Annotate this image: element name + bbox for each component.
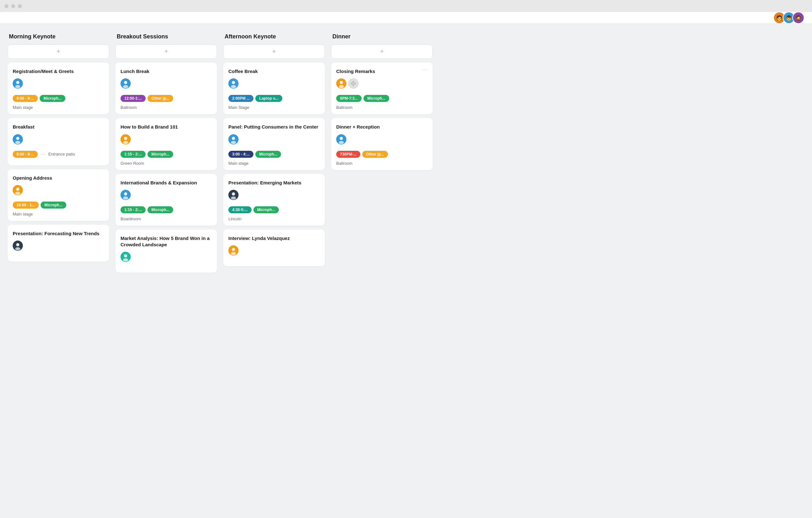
card-avatar xyxy=(13,185,23,195)
card-location-inline: Entrance patio xyxy=(48,152,75,157)
svg-point-46 xyxy=(339,141,344,144)
column-header-morning-keynote: Morning Keynote xyxy=(8,33,109,40)
card-tag: Microph... xyxy=(147,151,173,158)
header: 🧑 👦 🧔 xyxy=(0,12,812,24)
card-tag: 12:00-1:... xyxy=(120,95,146,102)
card-tags-row: 4:30-5:...Microph... xyxy=(228,206,320,213)
card-avatar-row xyxy=(13,134,104,147)
svg-point-43 xyxy=(352,83,354,84)
card-tags-row: 3:00 - 4:...Microph... xyxy=(228,151,320,158)
minimize-button[interactable] xyxy=(11,4,15,8)
card-tag: Microph... xyxy=(254,206,279,213)
card-tag: 10:00 - 1... xyxy=(13,201,39,209)
card-title: Breakfast xyxy=(13,124,104,130)
svg-point-17 xyxy=(123,141,128,144)
card-tag: 9:00 - 9:... xyxy=(13,95,38,102)
card-tag: Microph... xyxy=(364,95,389,102)
card-tag: Microph... xyxy=(255,151,281,158)
card-tag: 730PM-... xyxy=(336,151,360,158)
card-tags-row: 730PM-...Other (p... xyxy=(336,151,428,158)
svg-point-14 xyxy=(123,85,128,88)
card-brand-101[interactable]: How to Build a Brand 101 1:15 - 2:...Mic… xyxy=(115,118,217,170)
card-tag: Microph... xyxy=(40,95,65,102)
card-tag: 2:00PM ... xyxy=(228,95,254,102)
add-card-button-afternoon-keynote[interactable]: + xyxy=(223,45,325,59)
column-header-afternoon-keynote: Afternoon Keynote xyxy=(223,33,325,40)
svg-point-45 xyxy=(340,137,343,140)
card-avatar xyxy=(120,134,131,144)
svg-point-1 xyxy=(16,81,19,84)
card-avatar-row xyxy=(336,134,428,147)
card-title: Lunch Break xyxy=(120,68,212,75)
card-title: Presentation: Forecasting New Trends xyxy=(13,230,104,237)
card-forecasting[interactable]: Presentation: Forecasting New Trends xyxy=(8,225,109,262)
card-tag: 3:00 - 4:... xyxy=(228,151,254,158)
column-afternoon-keynote: Afternoon Keynote+Coffee Break 2:00PM ..… xyxy=(223,33,325,276)
card-avatar-row xyxy=(228,134,320,147)
svg-point-25 xyxy=(232,81,235,84)
card-title: Registration/Meet & Greets xyxy=(13,68,104,75)
add-card-button-dinner[interactable]: + xyxy=(331,45,433,59)
card-tag: Other (p... xyxy=(362,151,388,158)
add-card-button-morning-keynote[interactable]: + xyxy=(8,45,109,59)
card-avatar-row xyxy=(336,78,428,92)
card-location: Main stage xyxy=(13,105,104,110)
column-header-breakout-sessions: Breakout Sessions xyxy=(115,33,217,40)
svg-point-37 xyxy=(340,81,343,84)
card-interview-lynda[interactable]: Interview: Lynda Velazquez xyxy=(223,229,325,266)
card-tags-row: 12:00-1:...Other (p... xyxy=(120,95,212,102)
card-avatar xyxy=(228,245,238,255)
card-menu-button[interactable]: ··· xyxy=(422,67,428,73)
svg-point-16 xyxy=(124,137,127,140)
card-title: How to Build a Brand 101 xyxy=(120,124,212,130)
card-avatar-row xyxy=(120,190,212,203)
card-location: Main stage xyxy=(228,161,320,166)
card-location: Green Room xyxy=(120,161,212,166)
card-registration[interactable]: Registration/Meet & Greets 9:00 - 9:...M… xyxy=(8,62,109,114)
tag-separator: — xyxy=(41,152,45,157)
card-lunch-break[interactable]: Lunch Break 12:00-1:...Other (p...Ballro… xyxy=(115,62,217,114)
close-button[interactable] xyxy=(4,4,8,8)
card-tag: Other (p... xyxy=(147,95,173,102)
card-dinner-reception[interactable]: Dinner + Reception 730PM-...Other (p...B… xyxy=(331,118,433,170)
card-location: Lincoln xyxy=(228,216,320,221)
card-coffee-break[interactable]: Coffee Break 2:00PM ...Laptop o...Main S… xyxy=(223,62,325,114)
card-avatar-row xyxy=(228,190,320,203)
card-avatar xyxy=(120,190,131,200)
card-market-analysis[interactable]: Market Analysis: How 5 Brand Won in a Cr… xyxy=(115,229,217,273)
card-international-brands[interactable]: International Brands & Expansion 1:15 - … xyxy=(115,174,217,226)
card-secondary-avatar xyxy=(348,78,358,88)
card-tag: 9:00 - 9:... xyxy=(13,151,38,158)
card-avatar-row xyxy=(120,78,212,92)
svg-point-26 xyxy=(231,85,236,88)
card-panel-consumers[interactable]: Panel: Putting Consumers in the Center 3… xyxy=(223,118,325,170)
card-avatar-row xyxy=(228,245,320,259)
card-avatar xyxy=(120,78,131,88)
svg-point-34 xyxy=(232,248,235,251)
svg-point-22 xyxy=(124,254,127,257)
header-avatars: 🧑 👦 🧔 xyxy=(773,12,804,24)
card-tags-row: 10:00 - 1...Microph... xyxy=(13,201,104,209)
svg-rect-39 xyxy=(352,81,354,82)
card-breakfast[interactable]: Breakfast 9:00 - 9:...—Entrance patio xyxy=(8,118,109,165)
column-dinner: Dinner+···Closing Remarks 6PM-7:3...Micr… xyxy=(331,33,433,276)
add-card-button-breakout-sessions[interactable]: + xyxy=(115,45,217,59)
svg-rect-42 xyxy=(355,83,355,84)
svg-point-4 xyxy=(16,137,19,140)
card-closing-remarks[interactable]: ···Closing Remarks 6PM-7:3...Microph...B… xyxy=(331,62,433,114)
card-avatar xyxy=(228,190,238,200)
card-tag: 4:30-5:... xyxy=(228,206,252,213)
svg-point-23 xyxy=(123,258,128,262)
card-location: Ballroom xyxy=(336,161,428,166)
svg-point-32 xyxy=(231,196,236,200)
card-avatar xyxy=(336,134,346,144)
card-title: Panel: Putting Consumers in the Center xyxy=(228,124,320,130)
svg-point-29 xyxy=(231,141,236,144)
card-title: Coffee Break xyxy=(228,68,320,75)
card-tag: Laptop o... xyxy=(255,95,282,102)
card-opening-address[interactable]: Opening Address 10:00 - 1...Microph...Ma… xyxy=(8,169,109,221)
avatar-3[interactable]: 🧔 xyxy=(792,12,804,24)
card-emerging-markets[interactable]: Presentation: Emerging Markets 4:30-5:..… xyxy=(223,174,325,226)
card-avatar-row xyxy=(13,241,104,254)
maximize-button[interactable] xyxy=(18,4,22,8)
